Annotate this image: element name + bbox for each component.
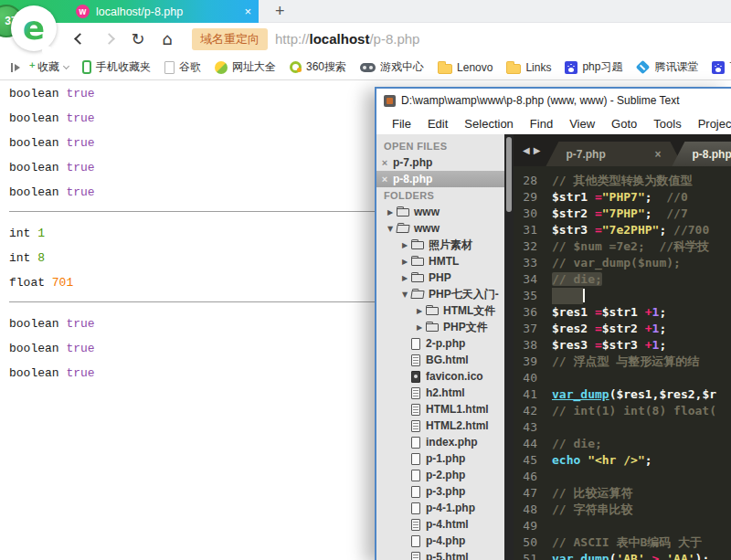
new-tab-button[interactable]: +	[270, 0, 291, 23]
chevron-right-icon[interactable]: ▶	[413, 307, 426, 315]
code-text: // 比较运算符	[552, 485, 731, 502]
tree-item[interactable]: p-1.php	[376, 450, 504, 467]
tree-item[interactable]: ▶HMTL	[376, 253, 504, 269]
code-line: 42// int(1) int(8) float(	[514, 403, 731, 419]
tree-item[interactable]: HTML1.html	[376, 401, 504, 417]
output-type-label: int	[9, 251, 37, 265]
back-button[interactable]	[71, 31, 88, 48]
home-button[interactable]: ⌂	[159, 31, 175, 48]
tree-item[interactable]: p-4.php	[376, 533, 504, 549]
open-file-name: p-8.php	[393, 173, 432, 185]
tree-label: PHP文件	[443, 320, 488, 335]
bookmark-label: 收藏	[37, 59, 59, 75]
browser-logo[interactable]: e	[11, 5, 57, 51]
tree-item[interactable]: p-3.php	[376, 483, 504, 500]
close-icon[interactable]: ×	[376, 157, 393, 168]
chevron-down-icon	[63, 62, 69, 69]
domain-redirect-badge[interactable]: 域名重定向	[192, 28, 268, 50]
menu-item-selection[interactable]: Selection	[456, 117, 521, 131]
code-line: 49	[514, 518, 731, 534]
line-number: 45	[514, 452, 552, 469]
bookmark-item[interactable]: 网址大全	[215, 59, 276, 75]
tree-item[interactable]: p-5.html	[376, 549, 504, 560]
menu-item-goto[interactable]: Goto	[603, 117, 645, 131]
tree-label: PHP七天入门-	[429, 287, 499, 302]
chevron-right-icon[interactable]: ▶	[413, 323, 426, 332]
code-line: 30$str2 ="7PHP"; //7	[514, 206, 731, 222]
chevron-right-icon[interactable]: ▶	[398, 241, 411, 249]
forward-button[interactable]	[101, 31, 117, 48]
tab-next-icon[interactable]: ▶	[534, 145, 541, 155]
menu-item-project[interactable]: Project	[690, 117, 731, 131]
sidebar-scrollbar[interactable]	[504, 134, 514, 560]
refresh-button[interactable]: ↻	[130, 31, 146, 48]
code-token: $str3	[552, 223, 595, 237]
bookmark-item[interactable]: 360搜索	[290, 59, 346, 75]
tab-close-icon[interactable]: ×	[640, 148, 661, 161]
bookmark-item[interactable]: php习题	[565, 59, 622, 75]
open-file-item[interactable]: ×p-8.php	[376, 171, 504, 187]
close-icon[interactable]: ×	[376, 174, 393, 185]
tab-nav-arrows[interactable]: ◀▶	[517, 134, 546, 166]
code-editor[interactable]: 28// 其他类型转换为数值型29$str1 ="PHP7"; //030$st…	[514, 166, 731, 560]
folder-icon	[396, 225, 409, 233]
tab-prev-icon[interactable]: ◀	[523, 145, 530, 155]
menu-item-view[interactable]: View	[561, 117, 603, 131]
expand-icon	[15, 64, 20, 71]
code-line: 31$str3 ="7e2PHP"; //700	[514, 222, 731, 238]
tab-close-icon[interactable]: ×	[244, 5, 251, 18]
tree-item[interactable]: ▶www	[376, 204, 504, 220]
chevron-down-icon[interactable]: ▼	[384, 225, 397, 233]
tree-item[interactable]: BG.html	[376, 352, 504, 368]
menu-item-tools[interactable]: Tools	[645, 117, 689, 131]
code-token: $res3	[552, 338, 595, 352]
tree-item[interactable]: ▶照片素材	[376, 237, 504, 253]
tree-item[interactable]: p-2.php	[376, 467, 504, 483]
bookmark-item[interactable]: Lenovo	[438, 61, 493, 74]
tree-item[interactable]: p-4-1.php	[376, 500, 504, 516]
file-icon-php	[411, 470, 420, 481]
tree-item[interactable]: ▶HTML文件	[376, 302, 504, 319]
menu-item-file[interactable]: File	[384, 117, 419, 131]
tree-label: 2-p.php	[426, 337, 465, 350]
chevron-down-icon[interactable]: ▼	[398, 291, 411, 299]
url-path: /p-8.php	[369, 31, 419, 47]
chevron-right-icon[interactable]: ▶	[398, 274, 411, 282]
editor-tab-p-7.php[interactable]: p-7.php×	[546, 142, 683, 166]
open-file-item[interactable]: ×p-7.php	[376, 154, 504, 171]
tree-item[interactable]: ▼PHP七天入门-	[376, 286, 504, 302]
bookmarks-bar: 收藏手机收藏夹谷歌网址大全360搜索游戏中心LenovoLinksphp习题腾讯…	[0, 55, 731, 80]
tree-item[interactable]: favicon.ico	[376, 368, 504, 385]
tree-item[interactable]: p-4.html	[376, 516, 504, 533]
tree-item[interactable]: 2-p.php	[376, 335, 504, 352]
bookmark-item[interactable]: 腾讯课堂	[636, 59, 698, 75]
bookmark-item[interactable]: 百度贴吧	[712, 59, 731, 75]
chevron-right-icon[interactable]: ▶	[398, 258, 411, 266]
tree-item[interactable]: ▶PHP	[376, 269, 504, 286]
bookmarks-sidebar-toggle[interactable]	[11, 63, 20, 72]
scrollbar-thumb[interactable]	[506, 137, 512, 212]
chevron-right-icon[interactable]: ▶	[384, 208, 397, 217]
tree-item[interactable]: ▶PHP文件	[376, 319, 504, 335]
file-icon-php	[411, 535, 420, 547]
bookmark-item[interactable]: 手机收藏夹	[82, 59, 151, 75]
menu-item-find[interactable]: Find	[522, 117, 561, 131]
open-files-header: OPEN FILES	[376, 138, 504, 154]
browser-tab[interactable]: w localhost/p-8.php ×	[69, 0, 259, 23]
bookmark-item[interactable]: Links	[506, 61, 551, 74]
bookmark-item[interactable]: 谷歌	[164, 59, 201, 75]
tree-label: www	[414, 222, 440, 235]
tree-item[interactable]: h2.html	[376, 385, 504, 401]
home-icon: ⌂	[162, 31, 172, 48]
menu-item-edit[interactable]: Edit	[419, 117, 456, 131]
tree-item[interactable]: ▼www	[376, 220, 504, 237]
sublime-title-bar[interactable]: D:\wamp\wamp\www\p-8.php (www, www) - Su…	[376, 89, 731, 112]
tree-item[interactable]: HTML2.html	[376, 417, 504, 434]
tree-item[interactable]: index.php	[376, 434, 504, 450]
code-token: $res2	[659, 387, 694, 401]
editor-tab-p-8.php[interactable]: p-8.php×	[672, 142, 731, 166]
bookmark-item[interactable]: 收藏	[33, 59, 69, 75]
url-field[interactable]: http://localhost/p-8.php	[275, 31, 419, 47]
bookmark-item[interactable]: 游戏中心	[360, 59, 424, 75]
browser-tab-title: localhost/p-8.php	[96, 5, 238, 18]
